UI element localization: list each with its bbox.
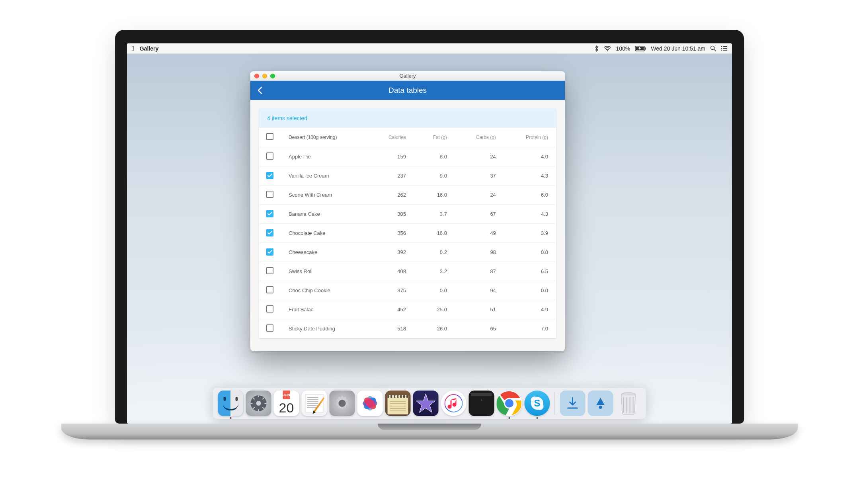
dock-calendar-icon[interactable]: JUN 20	[274, 391, 299, 416]
table-row[interactable]: Scone With Cream26216.0246.0	[259, 185, 556, 204]
menubar:  Gallery 100% Wed 20 Jun 10:51 am	[127, 43, 732, 54]
cell-dessert: Scone With Cream	[281, 185, 368, 204]
dock-separator	[555, 392, 555, 415]
menubar-datetime[interactable]: Wed 20 Jun 10:51 am	[651, 45, 705, 52]
row-checkbox[interactable]	[266, 191, 273, 198]
app-toolbar: Data tables	[250, 81, 565, 100]
svg-rect-11	[723, 50, 727, 51]
battery-icon[interactable]	[635, 46, 646, 51]
window-title: Gallery	[250, 73, 565, 79]
spotlight-icon[interactable]	[710, 45, 716, 51]
page-title: Data tables	[250, 86, 565, 95]
cell-carbs: 67	[455, 204, 504, 223]
row-checkbox[interactable]	[266, 152, 273, 160]
cell-dessert: Cheesecake	[281, 242, 368, 262]
window-maximize-button[interactable]	[270, 74, 275, 78]
col-carbs[interactable]: Carbs (g)	[455, 128, 504, 147]
row-checkbox[interactable]	[266, 248, 273, 256]
cell-protein: 6.5	[504, 262, 556, 281]
dock-finder-icon[interactable]	[218, 391, 244, 416]
app-window: Gallery Data tables 4 items selected	[250, 71, 565, 351]
data-table-card: 4 items selected Dessert (100g serving) …	[259, 109, 556, 338]
col-protein[interactable]: Protein (g)	[504, 128, 556, 147]
table-row[interactable]: Banana Cake3053.7674.3	[259, 204, 556, 223]
dock-photos-icon[interactable]	[357, 391, 383, 416]
table-row[interactable]: Vanilla Ice Cream2379.0374.3	[259, 166, 556, 185]
svg-rect-3	[645, 47, 646, 50]
calendar-month: JUN	[283, 391, 290, 399]
table-row[interactable]: Apple Pie1596.0244.0	[259, 147, 556, 166]
col-fat[interactable]: Fat (g)	[414, 128, 455, 147]
cell-fat: 3.7	[414, 204, 455, 223]
table-row[interactable]: Sticky Date Pudding51826.0657.0	[259, 319, 556, 338]
svg-point-14	[339, 400, 346, 407]
cell-calories: 375	[368, 281, 414, 300]
dock-textedit-icon[interactable]	[302, 391, 327, 416]
dock-notes-icon[interactable]	[385, 391, 411, 416]
dock-system-preferences-icon[interactable]	[330, 391, 355, 416]
row-checkbox[interactable]	[266, 286, 273, 293]
cell-dessert: Choc Chip Cookie	[281, 281, 368, 300]
row-checkbox[interactable]	[266, 210, 273, 217]
cell-fat: 0.0	[414, 281, 455, 300]
cell-carbs: 24	[455, 147, 504, 166]
row-checkbox[interactable]	[266, 172, 273, 179]
table-row[interactable]: Chocolate Cake35616.0493.9	[259, 223, 556, 242]
row-checkbox[interactable]	[266, 229, 273, 236]
cell-dessert: Swiss Roll	[281, 262, 368, 281]
cell-calories: 356	[368, 223, 414, 242]
svg-marker-23	[416, 394, 435, 412]
row-checkbox[interactable]	[266, 324, 273, 332]
window-minimize-button[interactable]	[262, 74, 267, 78]
row-checkbox[interactable]	[266, 305, 273, 313]
back-button[interactable]	[250, 81, 269, 100]
cell-protein: 4.3	[504, 204, 556, 223]
data-table: Dessert (100g serving) Calories Fat (g) …	[259, 128, 556, 338]
dock-downloads-icon[interactable]	[560, 391, 586, 416]
dock-skype-icon[interactable]: S	[525, 391, 550, 416]
dock-itunes-icon[interactable]	[441, 391, 467, 416]
cell-calories: 452	[368, 300, 414, 319]
dock-trash-icon[interactable]	[616, 391, 641, 416]
dock-launchpad-icon[interactable]	[246, 391, 271, 416]
svg-line-5	[714, 49, 716, 51]
cell-fat: 26.0	[414, 319, 455, 338]
cell-protein: 7.0	[504, 319, 556, 338]
cell-carbs: 65	[455, 319, 504, 338]
battery-percent[interactable]: 100%	[616, 45, 630, 52]
cell-calories: 159	[368, 147, 414, 166]
bluetooth-icon[interactable]	[594, 45, 599, 52]
screen:  Gallery 100% Wed 20 Jun 10:51 am	[127, 43, 732, 424]
row-checkbox[interactable]	[266, 267, 273, 274]
window-close-button[interactable]	[254, 74, 259, 78]
control-center-icon[interactable]	[721, 46, 727, 51]
cell-protein: 0.0	[504, 242, 556, 262]
dock-imovie-icon[interactable]	[413, 391, 439, 416]
dock: JUN 20	[213, 388, 646, 419]
table-header-row: Dessert (100g serving) Calories Fat (g) …	[259, 128, 556, 147]
dock-terminal-icon[interactable]	[469, 391, 494, 416]
col-dessert[interactable]: Dessert (100g serving)	[281, 128, 368, 147]
table-row[interactable]: Cheesecake3920.2980.0	[259, 242, 556, 262]
cell-protein: 4.0	[504, 147, 556, 166]
cell-fat: 6.0	[414, 147, 455, 166]
col-calories[interactable]: Calories	[368, 128, 414, 147]
apple-menu-icon[interactable]: 	[132, 45, 134, 52]
cell-carbs: 37	[455, 166, 504, 185]
dock-chrome-icon[interactable]	[497, 391, 522, 416]
dock-applications-icon[interactable]	[588, 391, 613, 416]
wifi-icon[interactable]	[604, 46, 611, 51]
chevron-left-icon	[257, 86, 263, 94]
cell-protein: 4.3	[504, 166, 556, 185]
table-row[interactable]: Swiss Roll4083.2876.5	[259, 262, 556, 281]
select-all-checkbox[interactable]	[266, 133, 273, 140]
cell-dessert: Chocolate Cake	[281, 223, 368, 242]
svg-point-8	[721, 48, 722, 49]
menubar-app-name[interactable]: Gallery	[140, 45, 158, 52]
table-row[interactable]: Choc Chip Cookie3750.0940.0	[259, 281, 556, 300]
window-titlebar[interactable]: Gallery	[250, 71, 565, 81]
table-row[interactable]: Fruit Salad45225.0514.9	[259, 300, 556, 319]
cell-calories: 408	[368, 262, 414, 281]
cell-dessert: Apple Pie	[281, 147, 368, 166]
cell-fat: 9.0	[414, 166, 455, 185]
